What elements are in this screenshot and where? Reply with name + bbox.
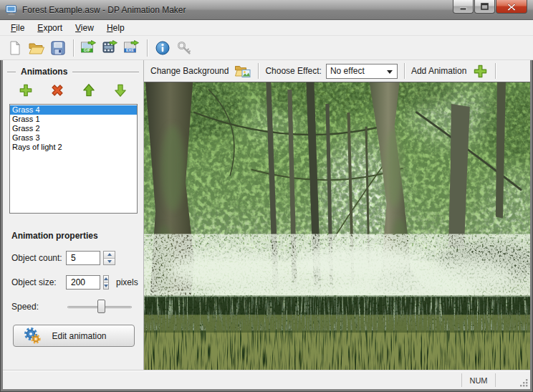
- effect-bar: Change Background Choose Effect: No effe…: [144, 60, 530, 82]
- gif-badge: GIF: [84, 48, 91, 52]
- list-item[interactable]: Grass 3: [10, 133, 137, 143]
- add-animation-item-button[interactable]: [16, 82, 35, 98]
- open-folder-icon: [28, 40, 45, 56]
- edit-animation-label: Edit animation: [42, 331, 117, 341]
- speed-label: Speed:: [11, 302, 66, 312]
- edit-animation-button[interactable]: Edit animation: [13, 325, 135, 347]
- info-icon: [155, 40, 171, 56]
- export-video-icon: [102, 39, 119, 56]
- menu-file[interactable]: File: [4, 21, 31, 35]
- effectbar-separator: [495, 63, 496, 79]
- license-key-button[interactable]: [174, 38, 194, 58]
- change-background-button[interactable]: Change Background: [150, 64, 251, 79]
- object-count-input[interactable]: [66, 251, 100, 265]
- menu-bar: File Export View Help: [0, 20, 533, 36]
- toolbar-separator: [73, 39, 74, 57]
- exe-badge: EXE: [126, 48, 134, 52]
- menu-view[interactable]: View: [69, 21, 100, 35]
- new-file-button[interactable]: [5, 38, 25, 58]
- choose-effect-label: Choose Effect:: [265, 66, 322, 76]
- save-button[interactable]: [48, 38, 68, 58]
- spin-down-button[interactable]: [104, 282, 108, 290]
- delete-animation-item-button[interactable]: [48, 82, 67, 98]
- minimize-button[interactable]: [453, 0, 474, 14]
- list-item[interactable]: Rays of light 2: [10, 143, 137, 152]
- arrow-up-icon: [81, 82, 97, 98]
- minimize-icon: [460, 4, 467, 10]
- effect-dropdown[interactable]: No effect: [326, 64, 398, 79]
- maximize-button[interactable]: [474, 0, 495, 14]
- close-button[interactable]: [496, 0, 527, 14]
- background-preview: [144, 82, 530, 371]
- properties-heading: Animation properties: [11, 231, 135, 241]
- object-count-label: Object count:: [11, 253, 66, 263]
- add-animation-button[interactable]: Add Animation: [411, 63, 489, 80]
- delete-x-icon: [49, 82, 65, 98]
- spin-up-button[interactable]: [104, 276, 108, 282]
- close-icon: [507, 3, 516, 11]
- plus-icon: [18, 82, 34, 98]
- animation-list-actions: [10, 82, 136, 98]
- maximize-icon: [481, 3, 489, 10]
- effectbar-separator: [404, 63, 405, 79]
- spin-down-icon: [104, 285, 108, 287]
- object-size-label: Object size:: [11, 277, 66, 287]
- spin-down-button[interactable]: [104, 258, 115, 265]
- menu-help[interactable]: Help: [100, 21, 131, 35]
- export-exe-icon: EXE: [123, 39, 140, 56]
- num-lock-label: NUM: [469, 376, 487, 385]
- object-size-input[interactable]: [66, 275, 100, 290]
- effect-dropdown-value: No effect: [330, 66, 365, 76]
- export-gif-button[interactable]: GIF: [79, 38, 99, 58]
- menu-export[interactable]: Export: [31, 21, 69, 35]
- animations-group-header: Animations: [7, 67, 139, 77]
- gears-icon: [24, 327, 42, 345]
- spin-up-button[interactable]: [104, 252, 115, 258]
- export-gif-icon: GIF: [80, 39, 97, 56]
- app-icon: [5, 4, 18, 16]
- list-item[interactable]: Grass 2: [10, 124, 137, 133]
- export-exe-button[interactable]: EXE: [122, 38, 142, 58]
- animations-header-label: Animations: [16, 67, 72, 77]
- status-bar: NUM: [3, 371, 530, 389]
- license-key-icon: [176, 40, 192, 56]
- save-icon: [50, 40, 66, 56]
- spin-up-icon: [104, 277, 108, 280]
- chevron-down-icon: [387, 70, 393, 74]
- object-count-stepper: [103, 251, 115, 265]
- move-down-button[interactable]: [111, 82, 130, 98]
- export-video-button[interactable]: [100, 38, 120, 58]
- title-bar[interactable]: Forest Example.asw - DP Animation Maker: [0, 0, 533, 20]
- new-file-icon: [7, 40, 23, 56]
- app-window: Forest Example.asw - DP Animation Maker …: [0, 0, 533, 392]
- speed-slider-thumb[interactable]: [97, 300, 105, 313]
- window-title: Forest Example.asw - DP Animation Maker: [22, 5, 186, 15]
- toolbar-separator: [147, 39, 148, 57]
- add-animation-plus-icon: [472, 63, 489, 80]
- resize-grip[interactable]: [519, 378, 529, 388]
- main-toolbar: GIF EXE: [0, 36, 533, 60]
- list-item[interactable]: Grass 4: [10, 105, 137, 115]
- effectbar-separator: [258, 63, 259, 79]
- change-background-label: Change Background: [150, 66, 229, 76]
- forest-background-image: [144, 82, 530, 371]
- spin-up-icon: [107, 253, 112, 256]
- object-size-unit: pixels: [116, 277, 138, 287]
- animation-list: Grass 4 Grass 1 Grass 2 Grass 3 Rays of …: [9, 104, 138, 214]
- spin-down-icon: [107, 260, 112, 263]
- change-background-icon: [234, 64, 251, 79]
- speed-slider[interactable]: [67, 300, 132, 313]
- info-button[interactable]: [153, 38, 173, 58]
- animations-panel: Animations: [3, 60, 144, 371]
- num-lock-indicator: NUM: [461, 373, 496, 387]
- move-up-button[interactable]: [80, 82, 98, 98]
- list-item[interactable]: Grass 1: [10, 115, 137, 124]
- open-file-button[interactable]: [27, 38, 47, 58]
- arrow-down-icon: [112, 82, 128, 98]
- add-animation-label: Add Animation: [411, 66, 466, 76]
- object-size-stepper: [103, 275, 109, 290]
